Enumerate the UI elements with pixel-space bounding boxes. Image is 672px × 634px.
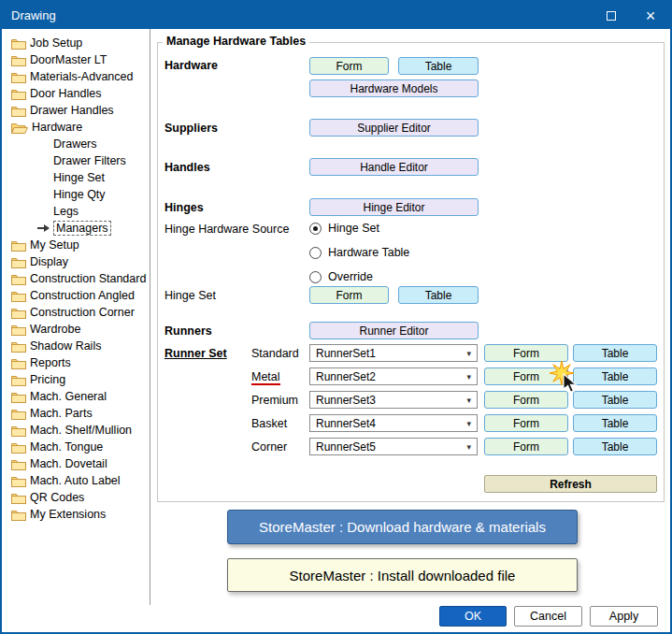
tree-item-hinge-qty[interactable]: Hinge Qty — [2, 186, 150, 203]
tree-item-construction-corner[interactable]: Construction Corner — [2, 304, 150, 321]
runner-set-dropdown-basket[interactable]: RunnerSet4▾ — [309, 414, 478, 432]
handles-label: Handles — [164, 161, 210, 174]
tree-item-label: Managers — [54, 222, 110, 235]
apply-button[interactable]: Apply — [590, 606, 658, 627]
hinges-label: Hinges — [164, 201, 204, 214]
tree-item-drawer-handles[interactable]: Drawer Handles — [2, 102, 150, 119]
runner-metal-table-button[interactable]: Table — [573, 367, 657, 385]
tree-item-mach-dovetail[interactable]: Mach. Dovetail — [2, 455, 150, 472]
tree-item-door-handles[interactable]: Door Handles — [2, 85, 150, 102]
runner-metal-form-button[interactable]: Form — [484, 367, 568, 385]
tree-item-hinge-set[interactable]: Hinge Set — [2, 169, 150, 186]
runner-set-dropdown-standard[interactable]: RunnerSet1▾ — [309, 344, 478, 362]
runner-set-dropdown-metal[interactable]: RunnerSet2▾ — [309, 367, 478, 385]
tree-item-materials-advanced[interactable]: Materials-Advanced — [2, 68, 150, 85]
runner-row-label-premium: Premium — [251, 394, 298, 407]
tree-item-label: Mach. Dovetail — [30, 457, 107, 470]
radio-hinge-set[interactable]: Hinge Set — [309, 221, 379, 236]
hinge-set-form-button[interactable]: Form — [309, 286, 389, 304]
folder-icon — [11, 37, 26, 50]
hardware-models-button[interactable]: Hardware Models — [309, 79, 479, 97]
tree-item-mach-parts[interactable]: Mach. Parts — [2, 405, 150, 422]
runner-editor-button[interactable]: Runner Editor — [309, 322, 479, 339]
folder-icon — [11, 71, 26, 83]
handle-editor-button[interactable]: Handle Editor — [309, 158, 479, 176]
tree-item-my-setup[interactable]: My Setup — [2, 237, 150, 253]
tree-item-shadow-rails[interactable]: Shadow Rails — [2, 338, 150, 354]
folder-icon — [11, 492, 26, 504]
tree-item-mach-tongue[interactable]: Mach. Tongue — [2, 439, 150, 455]
spellcheck-underline: Metal — [251, 370, 280, 385]
tree-item-label: Hardware — [32, 121, 82, 134]
runner-set-dropdown-corner[interactable]: RunnerSet5▾ — [309, 438, 478, 455]
runner-basket-form-button[interactable]: Form — [484, 414, 568, 432]
runner-corner-table-button[interactable]: Table — [573, 438, 657, 455]
hinge-editor-button[interactable]: Hinge Editor — [309, 198, 479, 216]
chevron-down-icon: ▾ — [466, 396, 471, 405]
folder-icon — [11, 290, 26, 302]
supplier-editor-button[interactable]: Supplier Editor — [309, 119, 479, 137]
runner-corner-form-button[interactable]: Form — [484, 438, 568, 455]
tree-item-label: My Setup — [30, 238, 79, 252]
storemaster-install-button[interactable]: StoreMaster : Install downloaded file — [227, 558, 578, 592]
runner-set-dropdown-premium[interactable]: RunnerSet3▾ — [309, 391, 478, 409]
folder-icon — [11, 307, 26, 319]
tree-item-job-setup[interactable]: Job Setup — [2, 35, 150, 51]
refresh-button[interactable]: Refresh — [484, 475, 657, 493]
tree-item-my-extensions[interactable]: My Extensions — [2, 506, 150, 523]
tree-item-mach-auto-label[interactable]: Mach. Auto Label — [2, 472, 150, 489]
storemaster-download-button[interactable]: StoreMaster : Download hardware & materi… — [227, 510, 578, 544]
runner-basket-table-button[interactable]: Table — [573, 414, 657, 432]
tree-item-construction-standard[interactable]: Construction Standard — [2, 270, 150, 287]
tree-item-label: Job Setup — [30, 36, 82, 50]
radio-label: Hardware Table — [328, 246, 409, 259]
tree-item-pricing[interactable]: Pricing — [2, 371, 150, 388]
close-button[interactable]: × — [631, 2, 670, 29]
folder-open-icon — [11, 122, 28, 134]
tree-item-reports[interactable]: Reports — [2, 354, 150, 371]
group-title: Manage Hardware Tables — [163, 35, 309, 48]
chevron-down-icon: ▾ — [466, 372, 471, 382]
folder-icon — [11, 374, 26, 386]
runner-standard-form-button[interactable]: Form — [484, 344, 568, 362]
tree-item-label: Mach. Auto Label — [30, 474, 121, 487]
runner-standard-table-button[interactable]: Table — [573, 344, 657, 362]
ok-button[interactable]: OK — [439, 606, 507, 627]
tree-item-label: Mach. Parts — [30, 407, 93, 420]
tree-item-label: Reports — [30, 356, 71, 369]
tree-item-construction-angled[interactable]: Construction Angled — [2, 287, 150, 304]
tree-item-doormaster-lt[interactable]: DoorMaster LT — [2, 51, 150, 68]
tree-item-label: Construction Angled — [30, 289, 135, 302]
radio-hardware-table[interactable]: Hardware Table — [309, 245, 409, 260]
tree-item-qr-codes[interactable]: QR Codes — [2, 489, 150, 506]
runner-premium-form-button[interactable]: Form — [484, 391, 568, 409]
runner-row-label-basket: Basket — [251, 417, 287, 430]
tree-item-legs[interactable]: Legs — [2, 203, 150, 220]
folder-icon — [11, 273, 26, 285]
folder-icon — [11, 54, 26, 66]
tree-item-mach-general[interactable]: Mach. General — [2, 388, 150, 405]
tree-item-label: Construction Standard — [30, 272, 146, 285]
hinge-set-table-button[interactable]: Table — [398, 286, 479, 304]
tree-item-wardrobe[interactable]: Wardrobe — [2, 321, 150, 338]
runner-premium-table-button[interactable]: Table — [573, 391, 657, 409]
tree-item-label: Shadow Rails — [30, 339, 101, 353]
tree-item-mach-shelf-mullion[interactable]: Mach. Shelf/Mullion — [2, 422, 150, 439]
folder-icon — [11, 239, 26, 252]
close-icon: × — [646, 7, 656, 24]
cancel-button[interactable]: Cancel — [514, 606, 582, 627]
folder-icon — [11, 458, 26, 470]
radio-override[interactable]: Override — [309, 269, 373, 284]
tree-item-drawer-filters[interactable]: Drawer Filters — [2, 152, 150, 169]
tree-item-managers[interactable]: Managers — [2, 220, 150, 237]
tree-item-drawers[interactable]: Drawers — [2, 136, 150, 152]
radio-unselected-icon — [309, 271, 322, 283]
tree-item-label: Drawer Filters — [53, 154, 126, 167]
tree-item-display[interactable]: Display — [2, 253, 150, 270]
maximize-button[interactable] — [592, 2, 631, 29]
tree-item-label: Materials-Advanced — [30, 70, 133, 83]
hardware-form-button[interactable]: Form — [309, 57, 389, 75]
hinge-set-label: Hinge Set — [164, 289, 216, 302]
hardware-table-button[interactable]: Table — [398, 57, 479, 75]
tree-item-hardware[interactable]: Hardware — [2, 119, 150, 136]
